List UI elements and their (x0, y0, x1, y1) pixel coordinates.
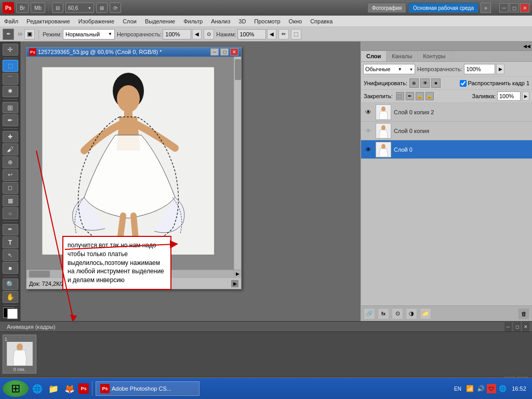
airbrush-toggle[interactable]: ⊙ (204, 29, 214, 39)
lock-all-icon[interactable]: 🔒 (425, 92, 434, 100)
paths-tab[interactable]: Контуры (418, 51, 451, 61)
blend-mode-dropdown[interactable]: Обычные▼ (363, 64, 415, 74)
menu-window[interactable]: Окно (285, 16, 307, 27)
animation-tab[interactable]: Анимация (кадры) (3, 322, 60, 332)
path-selection-tool[interactable]: ↖ (3, 249, 18, 261)
lock-paint-icon[interactable]: ✒ (406, 92, 414, 100)
lock-pixels-icon[interactable]: ⬚ (396, 92, 404, 100)
tray-network-icon[interactable]: 📶 (465, 384, 474, 393)
tray-audio-icon[interactable]: 🔊 (476, 384, 485, 393)
panel-max-icon[interactable]: ◻ (513, 322, 521, 331)
menu-image[interactable]: Изображение (74, 16, 118, 27)
unify-vis-icon[interactable]: 👁 (420, 78, 430, 88)
taskbar-icon-browser[interactable]: 🦊 (62, 381, 77, 396)
delete-layer-icon[interactable]: 🗑 (518, 308, 529, 320)
eraser-tool[interactable]: ◻ (3, 182, 18, 194)
minimize-button[interactable]: ─ (499, 3, 509, 12)
opacity-slider-icon[interactable]: ◀ (192, 29, 202, 39)
gradient-tool[interactable]: ▦ (3, 195, 18, 207)
menu-file[interactable]: Файл (0, 16, 22, 27)
layer-row-2[interactable]: 👁 Слой 0 (361, 140, 532, 159)
brush-options-icon[interactable]: ▣ (24, 29, 35, 39)
panel-collapse-button[interactable]: ◀◀ (522, 42, 532, 51)
channels-tab[interactable]: Каналы (387, 51, 418, 61)
zoom-tool[interactable]: 🔍 (3, 278, 18, 290)
doc-restore[interactable]: ◻ (220, 48, 229, 56)
text-tool[interactable]: T (3, 236, 18, 248)
zoom-dropdown[interactable]: 60,6 (65, 3, 94, 13)
taskbar-photoshop-app[interactable]: Ps Adobe Photoshop CS... (96, 381, 200, 396)
layout-button[interactable]: ⊟ (52, 3, 63, 13)
view-button[interactable]: ⊞ (96, 3, 108, 13)
panel-min-icon[interactable]: ─ (504, 322, 512, 331)
vscroll-thumb[interactable] (235, 59, 241, 80)
dodge-tool[interactable]: ○ (3, 207, 18, 219)
hscroll-right[interactable]: ▶ (234, 270, 241, 278)
hand-tool[interactable]: ✋ (3, 291, 18, 303)
menu-analysis[interactable]: Анализ (207, 16, 234, 27)
opacity-input[interactable]: 100% (163, 29, 191, 39)
hscroll-thumb[interactable] (29, 271, 50, 277)
brush-tool[interactable]: 🖌 (3, 143, 18, 155)
layer-row-1[interactable]: 👁 Слой 0 копия (361, 122, 532, 140)
background-color[interactable] (7, 309, 18, 319)
shape-tool[interactable]: ■ (3, 262, 18, 274)
layer-row-0[interactable]: 👁 Слой 0 копия 2 (361, 103, 532, 122)
pen-pressure-icon[interactable]: ✏ (278, 29, 289, 39)
layer-fx-icon[interactable]: fx (378, 308, 389, 320)
mb-button[interactable]: Mb (31, 3, 45, 13)
doc-vscroll[interactable] (234, 57, 241, 270)
layer-mask-icon[interactable]: ⊙ (392, 308, 403, 320)
menu-help[interactable]: Справка (306, 16, 337, 27)
unify-pos-icon[interactable]: ⊕ (409, 78, 419, 88)
menu-filter[interactable]: Фильтр (179, 16, 207, 27)
clone-tool[interactable]: ⊕ (3, 156, 18, 168)
unify-style-icon[interactable]: ★ (431, 78, 441, 88)
fill-input[interactable]: 100% (497, 91, 521, 101)
br-button[interactable]: Br (16, 3, 29, 13)
opacity-arr-panel[interactable]: ▶ (496, 64, 504, 74)
workspace-main-button[interactable]: Основная рабочая среда (408, 3, 478, 13)
history-tool[interactable]: ↩ (3, 169, 18, 181)
rotate-button[interactable]: ⟳ (110, 3, 121, 13)
pen-tool[interactable]: ✒ (3, 224, 18, 236)
anim-frame-1[interactable]: 1 0 сек. (3, 335, 36, 374)
layer-eye-0[interactable]: 👁 (364, 108, 373, 117)
lock-move-icon[interactable]: 🔒 (416, 92, 424, 100)
status-arrow[interactable]: ▶ (231, 280, 238, 287)
tray-network2-icon[interactable]: 🌐 (498, 384, 507, 393)
menu-edit[interactable]: Редактирование (22, 16, 74, 27)
menu-select[interactable]: Выделение (141, 16, 179, 27)
panel-close-icon[interactable]: ✕ (522, 322, 529, 331)
crop-tool[interactable]: ⊞ (3, 102, 18, 114)
move-tool[interactable]: ✛ (3, 44, 18, 56)
fill-arr[interactable]: ▶ (522, 91, 529, 101)
layer-eye-2[interactable]: 👁 (364, 145, 373, 154)
menu-view[interactable]: Просмотр (250, 16, 284, 27)
more-workspaces-button[interactable]: » (481, 3, 491, 13)
start-button[interactable]: ⊞ (3, 380, 29, 397)
layer-link-icon[interactable]: 🔗 (364, 308, 375, 320)
workspace-photo-button[interactable]: Фотография (367, 3, 406, 13)
layer-adjustment-icon[interactable]: ◑ (406, 308, 417, 320)
layer-folder-icon[interactable]: 📁 (420, 308, 431, 320)
close-button[interactable]: ✕ (520, 3, 529, 12)
tablet-icon[interactable]: ⬚ (291, 29, 301, 39)
selection-tool[interactable]: ⬚ (3, 60, 18, 72)
taskbar-icon-ie[interactable]: 🌐 (30, 381, 45, 396)
menu-layers[interactable]: Слои (118, 16, 141, 27)
taskbar-ps-icon[interactable]: Ps (78, 383, 89, 394)
eyedropper-tool[interactable]: ✒ (3, 114, 18, 126)
flow-input[interactable]: 100% (237, 29, 266, 39)
doc-close[interactable]: ✕ (230, 48, 238, 56)
restore-button[interactable]: ◻ (510, 3, 519, 12)
layers-tab[interactable]: Слои (361, 51, 387, 61)
menu-3d[interactable]: 3D (234, 16, 250, 27)
flow-slider-icon[interactable]: ◀ (267, 29, 276, 39)
healing-tool[interactable]: ✚ (3, 131, 18, 143)
tray-antivirus-icon[interactable]: 🛡 (487, 384, 496, 393)
distribute-checkbox[interactable] (460, 80, 467, 87)
lasso-tool[interactable]: ⌒ (3, 73, 18, 85)
color-swatches[interactable] (3, 308, 18, 319)
doc-minimize[interactable]: ─ (210, 48, 219, 56)
